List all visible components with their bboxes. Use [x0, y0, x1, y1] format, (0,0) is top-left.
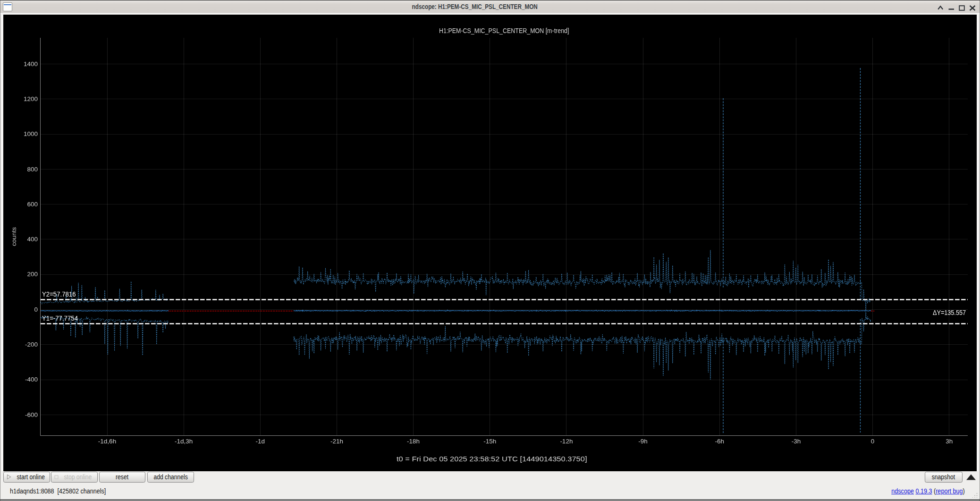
- svg-text:-3h: -3h: [792, 438, 801, 445]
- svg-text:H1:PEM-CS_MIC_PSL_CENTER_MON [: H1:PEM-CS_MIC_PSL_CENTER_MON [m-trend]: [439, 27, 569, 34]
- svg-text:600: 600: [27, 201, 38, 208]
- svg-text:-600: -600: [25, 411, 38, 418]
- svg-text:-18h: -18h: [407, 438, 420, 445]
- svg-text:-21h: -21h: [330, 438, 343, 445]
- svg-text:200: 200: [27, 271, 38, 278]
- svg-text:-9h: -9h: [638, 438, 648, 445]
- svg-text:t0 = Fri Dec 05 2025 23:58:52: t0 = Fri Dec 05 2025 23:58:52 UTC [14490…: [397, 455, 587, 463]
- svg-text:-200: -200: [25, 341, 38, 348]
- svg-text:1000: 1000: [24, 130, 38, 137]
- svg-text:Y2=57.7816: Y2=57.7816: [42, 291, 76, 298]
- svg-text:0: 0: [34, 306, 38, 313]
- svg-text:-12h: -12h: [560, 438, 573, 445]
- svg-text:-6h: -6h: [715, 438, 724, 445]
- svg-text:0: 0: [871, 438, 875, 445]
- svg-text:-1d,6h: -1d,6h: [98, 438, 116, 445]
- svg-text:-15h: -15h: [483, 438, 496, 445]
- svg-text:3h: 3h: [946, 438, 953, 445]
- svg-text:400: 400: [27, 236, 38, 243]
- svg-text:1200: 1200: [24, 95, 38, 102]
- svg-text:counts: counts: [10, 227, 17, 246]
- svg-text:ΔY=135.557: ΔY=135.557: [933, 309, 966, 316]
- svg-text:800: 800: [27, 166, 38, 173]
- svg-text:-400: -400: [25, 376, 38, 383]
- svg-text:-1d: -1d: [256, 438, 265, 445]
- svg-text:-1d,3h: -1d,3h: [175, 438, 193, 445]
- svg-text:1400: 1400: [24, 60, 38, 68]
- svg-text:Y1=-77.7754: Y1=-77.7754: [42, 315, 78, 322]
